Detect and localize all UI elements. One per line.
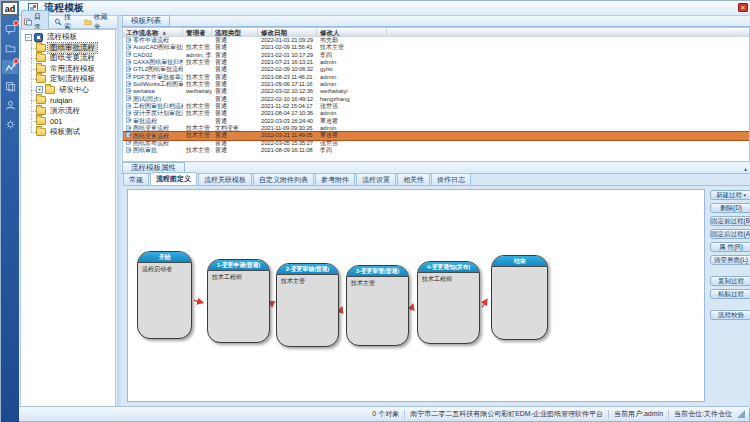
table-row[interactable]: 设计开发计划审批流程技术主管普通2021-08-04 17:10:36admin: [123, 110, 749, 117]
tab-operation-log[interactable]: 操作日志: [431, 173, 471, 185]
validate-process-button[interactable]: 流程校验: [710, 310, 750, 320]
expand-icon[interactable]: +: [36, 86, 43, 93]
table-row[interactable]: CAD02admin, 李四普通2021-02-01 10:17:29李四: [123, 52, 749, 59]
flow-node[interactable]: 结束: [491, 255, 548, 340]
flow-node[interactable]: 3-变更审查(普通)技术主管: [346, 265, 409, 346]
flow-node-role: 技术主管: [347, 277, 408, 290]
tab-relevance[interactable]: 相关性: [397, 173, 430, 185]
column-header[interactable]: 修改日期: [258, 28, 317, 36]
flow-node[interactable]: 4-变更通知(发布)技术工程师: [417, 261, 480, 344]
manager-cell: 技术主管...: [183, 147, 212, 154]
folder-icon: [36, 107, 46, 115]
statusbar: 0 个对象 南宁市二零二五科技有限公司彩虹EDM-企业图纸管理软件平台 当前用户…: [19, 406, 749, 421]
table-row[interactable]: 图纸审批技术主管...普通2021-08-09 16:11:08李四: [123, 147, 749, 154]
table-row[interactable]: 测试(同步)普通2022-02-10 16:49:12hangzhang: [123, 96, 749, 103]
table-row[interactable]: GTL2图纸审批流程普通2022-02-09 10:06:32gylst: [123, 66, 749, 73]
table-body: 零件申请流程普通2022-01-01 21:09:29韦先勤AutoCAD图纸审…: [123, 37, 749, 155]
date-cell: 2022-03-05 15:35:27: [258, 140, 317, 147]
table-row[interactable]: 图纸变更流程技术主管普通2022-03-21 11:49:05覃道睿: [123, 132, 749, 139]
date-cell: 2022-03-21 11:49:05: [258, 132, 317, 139]
column-header[interactable]: 管理者: [183, 28, 212, 36]
left-app-sidebar: ad: [1, 1, 19, 422]
column-header[interactable]: 工作流名称 ∧: [123, 28, 183, 36]
sort-ascending-icon: ∧: [161, 30, 167, 36]
users-icon[interactable]: [2, 98, 18, 112]
date-cell: 2022-01-01 21:09:29: [258, 37, 317, 44]
folder-icon[interactable]: [2, 41, 18, 55]
template-list-panel: 模板列表 工作流名称 ∧管理者流程类型修改日期修改人 零件申请流程普通2022-…: [121, 16, 750, 163]
table-row[interactable]: 图纸发布流程普通2022-03-05 15:35:27张世强: [123, 140, 749, 147]
column-header[interactable]: 修改人: [317, 28, 387, 36]
tab-flow-settings[interactable]: 流程设置: [356, 173, 396, 185]
status-divider: [608, 410, 609, 419]
delete-button[interactable]: 删除(D): [710, 203, 750, 213]
resize-grip[interactable]: [737, 410, 745, 418]
tree-item[interactable]: 模板测试: [28, 127, 115, 138]
table-header: 工作流名称 ∧管理者流程类型修改日期修改人: [123, 28, 749, 37]
sidebar-icon-list: [1, 22, 19, 131]
tree-item[interactable]: 定制流程模板: [28, 74, 115, 85]
close-button[interactable]: ×: [738, 3, 748, 12]
pin-prev-process-button[interactable]: 固定前过程(B): [710, 216, 750, 226]
workflow-row-icon: [126, 147, 132, 155]
tab-reference-attachments[interactable]: 参考附件: [315, 173, 355, 185]
flow-diagram-canvas[interactable]: 开始流程启动者1-变更申请(普通)技术工程师2-变更审核(普通)技术主管3-变更…: [127, 189, 705, 402]
flow-node[interactable]: 1-变更申请(普通)技术工程师: [207, 259, 270, 343]
folder-icon: [45, 86, 55, 94]
type-cell: 普通: [212, 52, 258, 59]
table-row[interactable]: weitaisaweihaitaiyi普通2022-03-02 10:12:36…: [123, 88, 749, 95]
workflow-name: 图纸审批: [133, 147, 157, 154]
table-row[interactable]: 零件申请流程普通2022-01-01 21:09:29韦先勤: [123, 37, 749, 44]
directory-icon: [24, 18, 32, 27]
chat-icon[interactable]: [2, 22, 18, 36]
modifier-cell: 技术主管: [317, 44, 387, 51]
table-row[interactable]: PDF文件审批签章流程技术主管普通2021-08-23 11:46:21admi…: [123, 74, 749, 81]
clear-canvas-button[interactable]: 清空界面(L): [710, 255, 750, 265]
tab-flow-definition[interactable]: 流程图定义: [150, 172, 197, 185]
paste-process-button[interactable]: 粘贴过程: [710, 289, 750, 299]
modifier-cell: 李四: [317, 147, 387, 154]
button-group-gap: [710, 302, 750, 310]
date-cell: 2021-07-21 16:13:21: [258, 59, 317, 66]
tree-item-label: ruiqian: [48, 96, 75, 105]
type-cell: 普通: [212, 110, 258, 117]
column-header[interactable]: 流程类型: [212, 28, 258, 36]
table-row[interactable]: CAXA图纸审批归档流程技术主管普通2021-07-21 16:13:21adm…: [123, 59, 749, 66]
flow-node-title: 开始: [138, 252, 191, 263]
manager-cell: 技术主管: [183, 132, 212, 139]
date-cell: 2021-05-06 17:11:16: [258, 81, 317, 88]
date-cell: 2022-03-02 10:12:36: [258, 88, 317, 95]
status-current-position: 当前仓位:文件仓位: [674, 409, 732, 419]
type-cell: 普通: [212, 118, 258, 125]
template-list-header: 模板列表: [121, 16, 750, 27]
table-row[interactable]: 工程图审批归档流程技术主管普通2021-11-02 15:04:17张世强: [123, 103, 749, 110]
settings-icon[interactable]: [2, 117, 18, 131]
pin-next-process-button[interactable]: 固定后过程(A): [710, 229, 750, 239]
folder-icon: [36, 44, 46, 52]
workflow-icon[interactable]: [2, 60, 18, 74]
notification-badge: [13, 20, 19, 26]
copy-process-button[interactable]: 复制过程: [710, 276, 750, 286]
template-list-tab[interactable]: 模板列表: [122, 15, 170, 26]
type-cell: 普通: [212, 132, 258, 139]
table-row[interactable]: SoliWorks工程图审批流程技术主管普通2021-05-06 17:11:1…: [123, 81, 749, 88]
table-row[interactable]: 审批流程普通2022-03-03 16:24:40覃道睿: [123, 118, 749, 125]
manager-cell: 技术主管...: [183, 44, 212, 51]
properties-button[interactable]: 属 性(R): [710, 242, 750, 252]
flow-node-title: 3-变更审查(普通): [347, 266, 408, 277]
tab-custom-attachments[interactable]: 自定义附件列表: [253, 173, 314, 185]
table-row[interactable]: AutoCAD图纸审批归档流程技术主管...普通2021-02-09 11:56…: [123, 44, 749, 51]
tab-linked-templates[interactable]: 流程关联模板: [198, 173, 252, 185]
collapse-panel-icon[interactable]: ▴: [744, 165, 747, 172]
template-properties-panel: 流程模板属性 ▴ 常规流程图定义流程关联模板自定义附件列表参考附件流程设置相关性…: [121, 163, 750, 408]
table-row[interactable]: 图纸变更流程技术主管文档变更2021-11-09 09:30:26admin: [123, 125, 749, 132]
dropdown-arrow-icon: ▾: [742, 192, 746, 198]
workflow-table: 工作流名称 ∧管理者流程类型修改日期修改人 零件申请流程普通2022-01-01…: [122, 27, 750, 162]
tree-item-label: 常用流程模板: [48, 64, 97, 74]
tab-general[interactable]: 常规: [123, 173, 149, 185]
copy-icon[interactable]: [2, 79, 18, 93]
new-process-button[interactable]: 新建过程 ▾: [710, 190, 750, 200]
flow-node[interactable]: 开始流程启动者: [137, 251, 192, 339]
flow-node[interactable]: 2-变更审核(普通)技术主管: [276, 263, 339, 347]
modifier-cell: admin: [317, 59, 387, 66]
